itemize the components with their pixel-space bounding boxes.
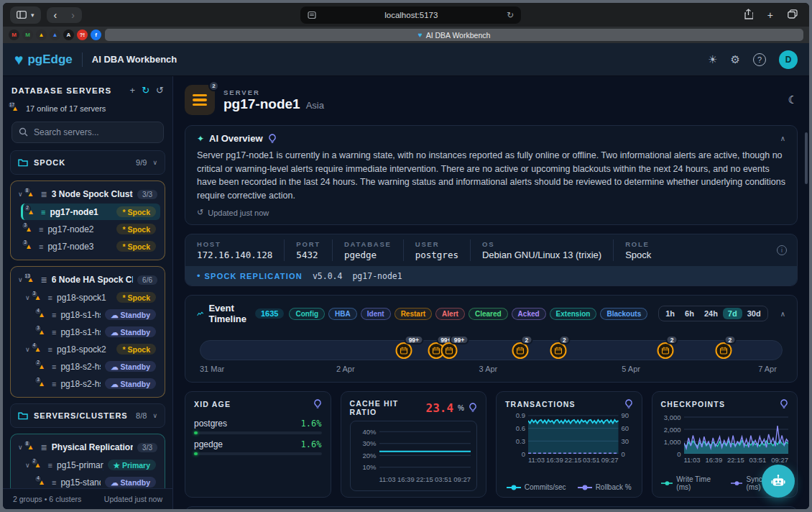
warning-triangle-icon: ▲13 <box>27 276 37 283</box>
event-marker[interactable]: 99+ <box>441 342 458 359</box>
info-circle-icon[interactable]: i <box>777 245 787 255</box>
chevron-down-icon[interactable]: ∨ <box>25 294 30 301</box>
range-6h[interactable]: 6h <box>680 308 699 319</box>
cluster-stack-icon: ≣ <box>41 443 47 452</box>
field-label: ROLE <box>625 240 651 248</box>
favorite-site-icon-0[interactable]: M <box>9 29 19 40</box>
filter-chip-cleared[interactable]: Cleared <box>469 308 508 320</box>
filter-chip-blackouts[interactable]: Blackouts <box>600 308 647 320</box>
chevron-down-icon[interactable]: ∨ <box>18 191 23 198</box>
plot-area: 11:0316:3922:1503:5109:27 <box>684 413 789 472</box>
cluster-stack-icon: ≣ <box>41 275 47 285</box>
new-tab-icon[interactable]: + <box>763 9 778 21</box>
range-7d[interactable]: 7d <box>723 308 742 319</box>
favorite-site-icon-3[interactable]: ▲ <box>50 29 60 40</box>
range-1h[interactable]: 1h <box>660 308 680 319</box>
server-node-pg17-node3[interactable]: ▲3≡pg17-node3* Spock <box>21 238 160 255</box>
ai-chat-fab[interactable] <box>762 465 795 498</box>
scrollbar-thumb[interactable] <box>805 132 808 184</box>
brand-name: pgEdge <box>27 52 72 67</box>
filter-chip-config[interactable]: Config <box>289 308 325 320</box>
cluster-row[interactable]: ∨▲8≣3 Node Spock Cluster3/3 <box>15 186 160 203</box>
filter-chip-extension[interactable]: Extension <box>550 308 597 320</box>
server-node-pg18-spock1[interactable]: ∨▲3≡pg18-spock1* Spock <box>21 289 160 306</box>
filter-chip-alert[interactable]: Alert <box>435 308 465 320</box>
help-icon[interactable]: ? <box>753 53 766 66</box>
server-node-pg18-s2-hs1[interactable]: ▲2≡pg18-s2-hs1☁ Standby <box>34 358 160 375</box>
chevron-down-icon[interactable]: ∨ <box>152 159 157 166</box>
ai-overview-card: ✦ AI Overview ∧ Server pg17-node1 is cur… <box>185 125 798 225</box>
favorite-site-icon-2[interactable]: ▲ <box>36 29 47 40</box>
server-node-pg15-primary[interactable]: ∨▲2≡pg15-primary★ Primary <box>21 457 160 473</box>
tab-strip: MM▲▲A?!f ♥ AI DBA Workbench <box>3 27 809 43</box>
share-icon[interactable] <box>739 9 757 22</box>
active-tab[interactable]: ♥ AI DBA Workbench <box>105 29 803 41</box>
forward-button[interactable]: › <box>64 7 82 23</box>
browser-toolbar: ▾ ‹ › localhost:5173 ↻ + <box>3 3 809 27</box>
field-label: HOST <box>197 240 272 248</box>
chevron-down-icon[interactable]: ∨ <box>18 444 23 451</box>
app-header: ♥ pgEdge AI DBA Workbench ☀ ⚙ ? D <box>3 43 809 76</box>
chevron-down-icon[interactable]: ∨ <box>18 276 23 283</box>
filter-chip-hba[interactable]: HBA <box>328 308 357 320</box>
event-marker[interactable]: 2 <box>716 342 732 359</box>
server-icon: ≡ <box>52 328 56 337</box>
pgedge-logo[interactable]: ♥ pgEdge <box>14 51 73 68</box>
chevron-down-icon[interactable]: ∨ <box>152 412 157 419</box>
server-node-pg18-s1-hs2[interactable]: ▲3≡pg18-s1-hs2☁ Standby <box>34 324 160 340</box>
user-avatar[interactable]: D <box>779 50 798 69</box>
server-node-pg15-standby1[interactable]: ▲4≡pg15-standby1☁ Standby <box>34 474 160 488</box>
calendar-icon <box>720 347 728 355</box>
moon-icon[interactable]: ☾ <box>788 93 798 106</box>
event-marker[interactable]: 2 <box>512 342 528 359</box>
tab-overview-icon[interactable] <box>783 9 802 21</box>
refresh-icon[interactable]: ↺ <box>156 85 164 96</box>
role-badge-standby: ☁ Standby <box>105 326 156 337</box>
favorite-site-icon-1[interactable]: M <box>22 29 33 40</box>
chevron-down-icon[interactable]: ∨ <box>25 462 30 469</box>
field-value: 172.16.140.128 <box>197 250 272 260</box>
sync-icon[interactable]: ↻ <box>142 85 149 96</box>
cluster-row[interactable]: ∨▲13≣6 Node HA Spock Cluster6/6 <box>15 271 160 288</box>
group-header-servers-clusters[interactable]: SERVERS/CLUSTERS8/8∨ <box>10 403 165 428</box>
range-30d[interactable]: 30d <box>742 308 766 319</box>
server-node-pg18-spock2[interactable]: ∨▲4≡pg18-spock2* Spock <box>21 341 160 357</box>
server-node-pg17-node2[interactable]: ▲3≡pg17-node2* Spock <box>21 221 160 237</box>
ai-overview-title: AI Overview <box>209 133 262 144</box>
field-label: PORT <box>296 240 320 248</box>
server-icon: ≡ <box>52 362 56 371</box>
chevron-down-icon[interactable]: ∨ <box>25 346 30 353</box>
search-input[interactable] <box>11 122 164 143</box>
filter-chip-restart[interactable]: Restart <box>395 308 432 320</box>
reload-icon[interactable]: ↻ <box>507 10 514 20</box>
group-header-spock[interactable]: SPOCK9/9∨ <box>10 150 165 175</box>
cache-hit-title: CACHE HIT RATIO <box>350 399 420 416</box>
cluster-name: 3 Node Spock Cluster <box>52 189 133 199</box>
server-node-pg18-s2-hs2[interactable]: ▲3≡pg18-s2-hs2☁ Standby <box>34 375 160 392</box>
server-node-pg17-node1[interactable]: ▲2≡pg17-node1* Spock <box>21 204 160 220</box>
sidebar-top: DATABASE SERVERS + ↻ ↺ ▲17 17 online of … <box>3 76 172 150</box>
event-marker[interactable]: 2 <box>658 342 674 359</box>
timeline-track[interactable]: 99+99+99+2222 <box>200 340 783 360</box>
favorite-site-icon-6[interactable]: f <box>91 29 101 40</box>
event-marker[interactable]: 2 <box>550 342 566 359</box>
server-name-label: pg15-primary <box>57 460 103 470</box>
range-24h[interactable]: 24h <box>699 308 723 319</box>
cluster-row[interactable]: ∨▲8≣Physical Replication Cluster3/3 <box>15 439 160 456</box>
favorite-site-icon-5[interactable]: ?! <box>77 29 88 40</box>
back-button[interactable]: ‹ <box>47 7 65 23</box>
filter-chip-ident[interactable]: Ident <box>361 308 391 320</box>
add-server-icon[interactable]: + <box>130 85 136 96</box>
timeline-collapse-icon[interactable]: ∧ <box>780 310 785 318</box>
settings-gear-icon[interactable]: ⚙ <box>731 53 740 66</box>
collapse-chevron-icon[interactable]: ∧ <box>780 134 785 142</box>
filter-chip-acked[interactable]: Acked <box>512 308 546 320</box>
server-node-pg18-s1-hs1[interactable]: ▲4≡pg18-s1-hs1☁ Standby <box>34 306 160 323</box>
url-bar[interactable]: localhost:5173 ↻ <box>300 6 522 24</box>
theme-sun-icon[interactable]: ☀ <box>708 53 717 66</box>
cache-hit-plot: 40%30%20%10%11:0316:3922:1503:5109:27 <box>356 426 471 488</box>
favorite-site-icon-4[interactable]: A <box>63 29 74 40</box>
sidebar-toggle-button[interactable]: ▾ <box>10 6 41 24</box>
server-header: 2 SERVER pg17-node1Asia ☾ <box>185 85 798 115</box>
event-marker[interactable]: 99+ <box>396 342 412 359</box>
